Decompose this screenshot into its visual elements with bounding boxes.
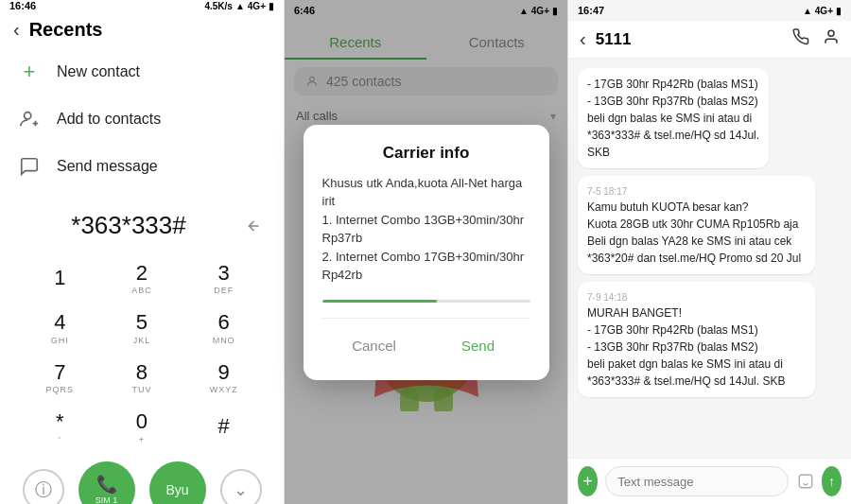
modal-body-text: Khusus utk Anda,kuota All-Net harga irit… [322, 176, 525, 283]
plus-icon-chat: + [582, 472, 593, 492]
svg-rect-19 [799, 475, 812, 488]
plus-icon: + [17, 60, 42, 84]
keypad: 1 2 ABC 3 DEF 4 GHI 5 JKL 6 MNO 7 PQRS 8 [0, 253, 284, 452]
page-title: Recents [29, 19, 103, 41]
chat-contact-title: 5111 [596, 30, 783, 49]
key-4[interactable]: 4 GHI [19, 303, 101, 352]
add-to-contacts-label: Add to contacts [57, 111, 161, 128]
key-0[interactable]: 0 + [101, 402, 183, 451]
modal-buttons: Cancel Send [322, 318, 530, 361]
chat-action-buttons [792, 28, 840, 50]
battery-icon-right: ▮ [836, 6, 842, 16]
add-to-contacts-item[interactable]: Add to contacts [0, 96, 284, 143]
emoji-button[interactable] [796, 468, 814, 495]
send-message-label: Send message [57, 158, 158, 175]
message-input[interactable] [605, 466, 789, 496]
info-button[interactable]: ⓘ [23, 469, 64, 504]
modal-body: Khusus utk Anda,kuota All-Net harga irit… [322, 174, 530, 285]
message-icon [17, 154, 42, 179]
status-bar-left: 16:46 4.5K/s ▲ 4G+ ▮ [0, 0, 284, 11]
dial-number: *363*333# [19, 211, 238, 240]
add-attachment-button[interactable]: + [578, 466, 598, 496]
back-button[interactable]: ‹ [13, 19, 20, 41]
svg-point-18 [828, 30, 834, 36]
key-3[interactable]: 3 DEF [182, 253, 265, 303]
status-time-right: 16:47 [578, 5, 604, 16]
more-button[interactable]: ⌄ [220, 469, 262, 504]
chevron-down-icon: ⌄ [234, 479, 248, 500]
status-bar-right: 16:47 ▲ 4G+ ▮ [568, 0, 851, 21]
modal-overlay: Carrier info Khusus utk Anda,kuota All-N… [285, 0, 567, 504]
dial-display: *363*333# [0, 198, 284, 253]
message-bubble-1: - 17GB 30hr Rp42Rb (balas MS1) - 13GB 30… [578, 68, 769, 168]
modal-send-button[interactable]: Send [426, 330, 530, 361]
message-text-3: MURAH BANGET! - 17GB 30hr Rp42Rb (balas … [587, 304, 806, 390]
send-message-button[interactable]: ↑ [822, 466, 842, 496]
wifi-icon-right: ▲ [803, 6, 812, 16]
left-header: ‹ Recents [0, 11, 284, 48]
key-8[interactable]: 8 TUV [101, 353, 183, 402]
key-6[interactable]: 6 MNO [182, 303, 265, 352]
key-1[interactable]: 1 [19, 253, 101, 303]
sim1-label: SIM 1 [96, 495, 118, 504]
key-2[interactable]: 2 ABC [101, 253, 183, 303]
modal-progress-fill [322, 300, 437, 303]
sim1-call-button[interactable]: 📞 SIM 1 [78, 461, 135, 504]
send-message-item[interactable]: Send message [0, 143, 284, 190]
battery-icon: ▮ [269, 1, 274, 11]
key-hash[interactable]: # [182, 402, 265, 451]
chat-header: ‹ 5111 [568, 21, 851, 59]
message-timestamp-3: 7-9 14:18 [587, 292, 806, 303]
network-icon: 4G+ [248, 1, 266, 11]
person-add-icon [17, 107, 42, 131]
status-icons-right: ▲ 4G+ ▮ [803, 6, 842, 16]
wifi-icon: ▲ [235, 1, 245, 11]
new-contact-label: New contact [57, 63, 140, 80]
middle-panel: 6:46 ▲ 4G+ ▮ Recents Contacts 425 contac… [285, 0, 568, 504]
message-bubble-3: 7-9 14:18 MURAH BANGET! - 17GB 30hr Rp42… [578, 282, 815, 397]
key-star[interactable]: * ' [19, 402, 101, 451]
phone-call-icon[interactable] [792, 28, 809, 50]
modal-progress-bar-track [322, 300, 530, 303]
status-time-left: 16:46 [9, 0, 36, 11]
key-5[interactable]: 5 JKL [101, 303, 183, 352]
chat-back-button[interactable]: ‹ [580, 28, 586, 50]
byu-label: Byu [165, 482, 188, 497]
new-contact-item[interactable]: + New contact [0, 48, 284, 96]
byu-call-button[interactable]: Byu [149, 461, 206, 504]
chat-input-row: + ↑ [568, 458, 851, 504]
left-panel: 16:46 4.5K/s ▲ 4G+ ▮ ‹ Recents + New con… [0, 0, 285, 504]
right-panel: 16:47 ▲ 4G+ ▮ ‹ 5111 - 17GB 30hr Rp42Rb … [568, 0, 851, 504]
svg-point-0 [25, 113, 31, 119]
message-text-2: Kamu butuh KUOTA besar kan? Kuota 28GB u… [587, 199, 806, 267]
signal-speed: 4.5K/s [204, 1, 232, 11]
contact-profile-icon[interactable] [823, 28, 840, 50]
phone-icon: 📞 [96, 474, 117, 495]
message-text-1: - 17GB 30hr Rp42Rb (balas MS1) - 13GB 30… [587, 76, 759, 161]
info-icon: ⓘ [35, 478, 52, 501]
key-9[interactable]: 9 WXYZ [182, 353, 265, 402]
key-7[interactable]: 7 PQRS [19, 353, 101, 402]
send-icon: ↑ [828, 474, 835, 489]
modal-title: Carrier info [322, 144, 530, 163]
messages-area: - 17GB 30hr Rp42Rb (balas MS1) - 13GB 30… [568, 59, 851, 458]
backspace-button[interactable] [238, 213, 265, 239]
bottom-bar: ⓘ 📞 SIM 1 Byu ⌄ [0, 452, 284, 504]
network-icon-right: 4G+ [815, 6, 833, 16]
message-timestamp-2: 7-5 18:17 [587, 186, 806, 197]
status-icons-left: 4.5K/s ▲ 4G+ ▮ [204, 1, 274, 11]
carrier-info-modal: Carrier info Khusus utk Anda,kuota All-N… [304, 125, 549, 380]
message-bubble-2: 7-5 18:17 Kamu butuh KUOTA besar kan? Ku… [578, 176, 815, 274]
modal-cancel-button[interactable]: Cancel [322, 330, 426, 361]
